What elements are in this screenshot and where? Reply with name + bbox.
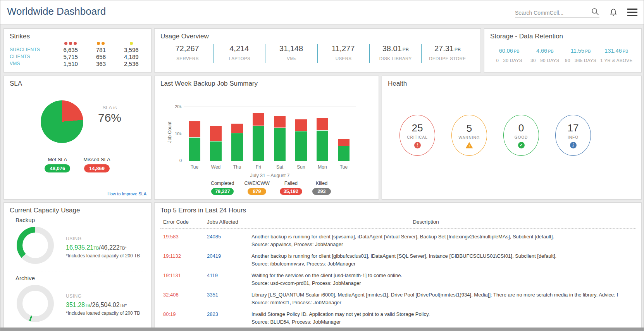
error-row: 19:1131 4119 Waiting for the services on…: [155, 272, 641, 290]
horizontal-scrollbar[interactable]: [0, 328, 644, 331]
capacity-panel: Current Capacity Usage Backup USING 16,9…: [3, 202, 152, 328]
bar-group-7[interactable]: [338, 107, 350, 161]
archive-capacity-note: *Includes loaned capacity of 200 TB: [66, 310, 147, 316]
header-actions: [515, 0, 637, 24]
job-chart-xlabels: TueWedThuFriSatSunMonTue: [189, 164, 355, 170]
strike-dot: [74, 42, 77, 45]
backup-capacity-gauge: [17, 227, 54, 264]
strikes-dots-2: [116, 40, 146, 46]
legend-killed-pill: 293: [312, 188, 331, 195]
sla-pie-chart[interactable]: [41, 100, 83, 143]
legend-killed[interactable]: Killed 293: [312, 181, 331, 195]
bar-group-5[interactable]: [295, 107, 307, 161]
strikes-value: 5,715: [55, 53, 86, 60]
jobs-affected-link[interactable]: 24085: [207, 233, 221, 241]
col-jobs-affected: Jobs Affected: [207, 219, 238, 225]
stat-0-30-days: 60.06PB 0 - 30 DAYS: [491, 43, 527, 63]
sla-met-label: Met SLA: [45, 157, 70, 162]
strike-dot: [97, 42, 100, 45]
stat-users: 11,277 USERS: [318, 43, 370, 61]
good-check-icon: ✓: [518, 142, 525, 148]
x-tick-label: Wed: [210, 164, 222, 170]
backup-capacity-note: *Includes loaned capacity of 200 TB: [66, 253, 147, 259]
x-tick-label: Mon: [317, 164, 328, 170]
top-errors-panel: Top 5 Errors in Last 24 Hours Error Code…: [154, 202, 642, 328]
stat-vms: 31,148 VMs: [265, 43, 317, 61]
strike-dot: [102, 42, 105, 45]
archive-section-label: Archive: [15, 275, 35, 281]
x-axis-label: July 31 – August 7: [184, 173, 356, 178]
sla-subtitle: SLA is: [92, 105, 127, 110]
warning-triangle-icon: !: [466, 142, 473, 148]
sla-percent-block: SLA is 76%: [92, 105, 127, 124]
capacity-title: Current Capacity Usage: [10, 207, 80, 214]
bar-group-1[interactable]: [210, 107, 222, 161]
health-panel: Health 25 CRITICAL ! 5 WARNING ! 0 GOOD …: [382, 76, 642, 200]
usage-overview-panel: Usage Overview 72,267 SERVERS 4,214 LAPT…: [154, 28, 481, 72]
notifications-bell-icon[interactable]: [609, 8, 618, 17]
health-title: Health: [388, 80, 407, 88]
top-errors-title: Top 5 Errors in Last 24 Hours: [160, 207, 246, 214]
bar-group-0[interactable]: [189, 107, 200, 161]
search-box: [515, 7, 599, 17]
sla-met-pill: 48,076: [45, 164, 70, 172]
how-to-improve-sla-link[interactable]: How to Improve SLA: [107, 191, 146, 196]
jobs-affected-link[interactable]: 4119: [207, 272, 218, 279]
x-tick-label: Tue: [338, 164, 350, 170]
capacity-divider: [8, 271, 147, 271]
x-tick-label: Thu: [231, 164, 243, 170]
legend-failed[interactable]: Failed 35,192: [280, 181, 302, 195]
strikes-row-clients[interactable]: CLIENTS: [10, 53, 55, 60]
error-code: 19:1131: [163, 272, 181, 279]
col-error-code: Error Code: [163, 219, 189, 225]
jobs-affected-link[interactable]: 3351: [207, 291, 218, 299]
critical-alert-icon: !: [414, 142, 421, 148]
legend-completed[interactable]: Completed 79,227: [211, 181, 234, 195]
legend-cwe-pill: 879: [248, 188, 266, 195]
usage-stats: 72,267 SERVERS 4,214 LAPTOPS 31,148 VMs …: [162, 43, 474, 61]
health-critical-circle[interactable]: 25 CRITICAL !: [399, 115, 435, 156]
stat-disk-library: 38.01PB DISK LIBRARY: [370, 43, 422, 61]
job-chart-legend: Completed 79,227 CWE/CWW 879 Failed 35,1…: [170, 181, 372, 195]
job-chart-bars: [189, 107, 355, 161]
archive-capacity-gauge: [17, 285, 54, 322]
strikes-value: 4,189: [116, 53, 146, 60]
search-icon[interactable]: [591, 7, 599, 16]
strikes-table: SUBCLIENTS 6,635 781 3,596 CLIENTS 5,715…: [10, 40, 146, 67]
app-header: Worldwide Dashboard: [0, 0, 644, 24]
legend-cwe-cww[interactable]: CWE/CWW 879: [244, 181, 269, 195]
strike-dot: [130, 42, 133, 45]
strikes-value: 6,635: [55, 47, 86, 53]
error-row: 19:1132 20419 Another backup is running …: [155, 252, 641, 270]
strike-dot: [64, 42, 67, 45]
backup-capacity-text: USING 16,935.21TB/46,222TB* *Includes lo…: [66, 236, 147, 259]
strikes-title: Strikes: [10, 33, 30, 40]
backup-total-value: 46,222: [101, 244, 120, 251]
error-row: 19:583 24085 Another backup is running f…: [155, 233, 641, 251]
error-row: 80:19 2823 Invalid Storage Policy ID. Ap…: [155, 310, 641, 328]
sla-legend: Met SLA 48,076 Missed SLA 14,869: [4, 157, 151, 172]
bar-group-2[interactable]: [231, 107, 243, 161]
strikes-value: 656: [86, 53, 116, 60]
strikes-row-vms[interactable]: VMS: [10, 60, 55, 67]
y-axis-label: Job Count: [167, 119, 172, 146]
hamburger-menu-icon[interactable]: [627, 9, 637, 16]
strikes-row-subclients[interactable]: SUBCLIENTS: [10, 47, 55, 53]
health-info-circle[interactable]: 17 INFO i: [555, 115, 591, 156]
jobs-affected-link[interactable]: 20419: [207, 252, 221, 260]
errors-header-divider: [160, 228, 635, 229]
x-tick-label: Tue: [189, 164, 200, 170]
y-tick-20k: 20k: [168, 104, 182, 109]
search-input[interactable]: [515, 10, 589, 16]
jobs-affected-link[interactable]: 2823: [207, 310, 218, 318]
health-warning-circle[interactable]: 5 WARNING !: [451, 115, 487, 156]
health-good-circle[interactable]: 0 GOOD ✓: [503, 115, 539, 156]
stat-servers: 72,267 SERVERS: [162, 43, 214, 61]
stat-laptops: 4,214 LAPTOPS: [214, 43, 265, 61]
bar-group-6[interactable]: [317, 107, 328, 161]
bar-group-3[interactable]: [253, 107, 264, 161]
strikes-value: 1,510: [55, 60, 86, 67]
storage-retention-panel: Storage - Data Retention 60.06PB 0 - 30 …: [484, 28, 642, 72]
bar-group-4[interactable]: [274, 107, 286, 161]
error-code: 80:19: [163, 310, 176, 318]
